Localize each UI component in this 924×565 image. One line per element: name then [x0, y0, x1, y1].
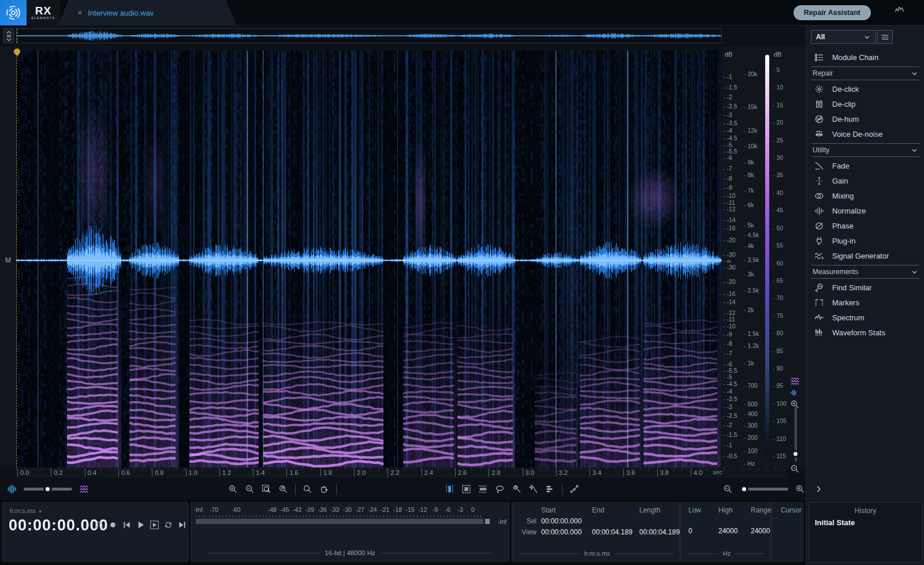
module-filter-value: All — [816, 33, 863, 41]
module-item-signal-generator[interactable]: Signal Generator — [806, 248, 924, 263]
amp-db-tick: -2 — [723, 421, 732, 428]
zoom-out-icon[interactable] — [790, 464, 800, 474]
toolbar-divider — [295, 483, 296, 495]
sel-end-value[interactable] — [592, 517, 639, 525]
freq-tick: 12k — [744, 127, 757, 134]
freq-tick: 9k — [744, 159, 754, 166]
hand-icon[interactable] — [319, 484, 329, 494]
time-selection-icon[interactable] — [445, 484, 454, 494]
module-sidebar: All Module ChainRepairDe-clickDe-clipDe-… — [806, 25, 924, 565]
instant-process-icon[interactable] — [569, 484, 579, 494]
headphones-icon[interactable] — [94, 520, 104, 530]
time-ruler[interactable]: 0.00.20.40.60.81.01.21.41.61.82.02.22.42… — [16, 467, 787, 478]
module-item-mixing[interactable]: Mixing — [806, 188, 924, 203]
colorbar-tick: 20 — [773, 119, 783, 126]
blend-slider[interactable] — [24, 488, 72, 491]
time-ruler-tick: 1.0 — [186, 469, 198, 477]
repair-assistant-button[interactable]: Repair Assistant — [793, 5, 871, 20]
module-item-gain[interactable]: Gain — [806, 173, 924, 188]
module-item-fade[interactable]: Fade — [806, 158, 924, 173]
play-selection-icon[interactable] — [150, 520, 159, 530]
toolbar-divider — [336, 483, 337, 495]
meter-bar[interactable] — [196, 519, 483, 524]
freq-high-value[interactable]: 24000 — [718, 527, 751, 535]
app-logo[interactable] — [0, 0, 27, 25]
de-hum-icon — [814, 114, 825, 124]
time-format-selector[interactable]: h:m:s.ms▼ — [10, 507, 43, 514]
status-bar: h:m:s.ms▼ 00:00:00.000 -Inf 16-bit | 480… — [0, 500, 806, 565]
magic-wand-icon[interactable] — [528, 484, 538, 494]
waveform-small-icon[interactable] — [790, 389, 798, 396]
playhead-time-display[interactable]: 00:00:00.000 — [9, 517, 109, 534]
playhead-pin[interactable] — [14, 48, 20, 57]
module-item-spectrum[interactable]: Spectrum — [806, 310, 924, 325]
module-chain-item[interactable]: Module Chain — [806, 50, 924, 65]
waveform-icon[interactable] — [7, 484, 17, 494]
module-item-find-similar[interactable]: Find Similar — [806, 280, 924, 295]
history-item[interactable]: Initial State — [809, 515, 922, 527]
chevron-right-icon[interactable] — [814, 485, 823, 493]
section-header-repair[interactable]: Repair — [811, 66, 919, 80]
spectrogram-view[interactable] — [16, 51, 722, 467]
overview-canvas[interactable] — [17, 29, 721, 43]
gain-icon — [814, 176, 825, 186]
tab-close-icon[interactable]: × — [77, 8, 82, 17]
loop-icon[interactable] — [163, 520, 173, 530]
zoom-out-icon[interactable] — [723, 484, 733, 494]
module-item-voice-de-noise[interactable]: Voice De-noise — [806, 126, 924, 141]
horizontal-zoom-knob[interactable] — [740, 485, 748, 493]
lasso-icon[interactable] — [495, 484, 505, 494]
spectrogram-icon[interactable] — [79, 484, 89, 494]
freq-tick: 3.5k — [744, 256, 759, 263]
sel-length-value[interactable] — [639, 517, 685, 525]
playhead-line[interactable] — [16, 51, 17, 467]
zoom-in-icon[interactable] — [795, 484, 805, 494]
file-tab[interactable]: × Interview audio.wav — [58, 0, 237, 25]
sel-start-value[interactable]: 00:00:00.000 — [541, 517, 592, 525]
overview-resize-handle[interactable] — [3, 28, 14, 43]
spectrogram-icon[interactable] — [790, 376, 800, 386]
module-filter-dropdown[interactable]: All — [811, 30, 876, 44]
channel-label[interactable]: M — [5, 256, 11, 264]
module-item-phase[interactable]: Phase — [806, 218, 924, 233]
blend-knob[interactable] — [43, 485, 52, 493]
editor-main-area: M dB-1-1-1.5-1.5-2-2-2.5-2.5-3-3-3.5-3.5… — [0, 25, 806, 565]
module-item-markers[interactable]: Markers — [806, 295, 924, 310]
freq-tick: 8k — [744, 171, 754, 178]
module-item-de-hum[interactable]: De-hum — [806, 111, 924, 126]
module-item-de-clip[interactable]: De-clip — [806, 96, 924, 111]
freq-range-value[interactable]: 24000 — [751, 527, 780, 535]
overview-waveform[interactable] — [16, 28, 722, 43]
module-item-waveform-stats[interactable]: Waveform Stats — [806, 325, 924, 340]
view-end-value[interactable]: 00:00:04.189 — [592, 528, 639, 536]
vertical-zoom-knob[interactable] — [792, 450, 799, 458]
meter-scale-tick: -24 — [368, 506, 377, 513]
zoom-out-icon[interactable] — [245, 484, 255, 494]
brush-icon[interactable] — [512, 484, 521, 494]
spectrogram-colorbar[interactable] — [765, 55, 769, 454]
smart-select-icon[interactable] — [545, 484, 555, 494]
section-header-utility[interactable]: Utility — [811, 143, 919, 157]
module-item-normalize[interactable]: Normalize — [806, 203, 924, 218]
section-label: Measurements — [813, 268, 911, 276]
zoom-selection-icon[interactable] — [262, 484, 271, 494]
play-icon[interactable] — [136, 520, 146, 530]
frequency-selection-icon[interactable] — [478, 484, 488, 494]
time-ruler-tick: 3.0 — [523, 469, 534, 477]
view-length-value[interactable]: 00:00:04.189 — [639, 528, 685, 536]
skip-forward-icon[interactable] — [177, 520, 187, 530]
module-item-plug-in[interactable]: Plug-in — [806, 233, 924, 248]
zoom-all-icon[interactable] — [278, 484, 288, 494]
record-icon[interactable] — [108, 520, 118, 530]
view-start-value[interactable]: 00:00:00.000 — [541, 528, 592, 536]
freq-low-value[interactable]: 0 — [688, 527, 718, 535]
magnify-icon[interactable] — [303, 484, 312, 494]
skip-back-icon[interactable] — [122, 520, 132, 530]
horizontal-zoom-slider[interactable] — [740, 488, 788, 491]
time-frequency-selection-icon[interactable] — [461, 484, 471, 494]
menu-icon[interactable] — [877, 30, 893, 44]
section-header-measurements[interactable]: Measurements — [811, 265, 919, 279]
zoom-in-icon[interactable] — [228, 484, 238, 494]
module-item-de-click[interactable]: De-click — [806, 81, 924, 96]
spectrogram-canvas[interactable] — [16, 51, 722, 467]
